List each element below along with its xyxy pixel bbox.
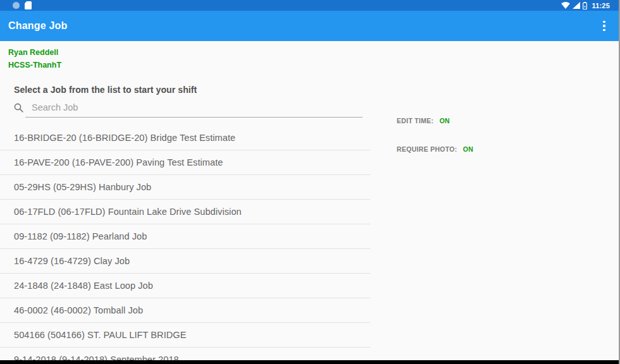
job-list-item[interactable]: 16-BRIDGE-20 (16-BRIDGE-20) Bridge Test …: [0, 126, 370, 150]
user-company: HCSS-ThanhT: [8, 59, 61, 71]
job-list-item[interactable]: 06-17FLD (06-17FLD) Fountain Lake Drive …: [0, 200, 370, 224]
job-list-item[interactable]: 24-1848 (24-1848) East Loop Job: [0, 274, 370, 298]
app-bar: Change Job: [0, 11, 620, 41]
user-info: Ryan Reddell HCSS-ThanhT: [8, 46, 61, 71]
instruction-text: Select a Job from the list to start your…: [14, 85, 197, 95]
setting-value: ON: [463, 145, 473, 153]
job-list-item[interactable]: 16-PAVE-200 (16-PAVE-200) Paving Test Es…: [0, 150, 370, 175]
job-list-item[interactable]: 09-1182 (09-1182) Pearland Job: [0, 224, 370, 249]
job-label: 46-0002 (46-0002) Tomball Job: [14, 305, 143, 315]
job-label: 16-PAVE-200 (16-PAVE-200) Paving Test Es…: [14, 157, 223, 167]
settings-panel: EDIT TIME: ON REQUIRE PHOTO: ON: [397, 117, 473, 174]
job-label: 09-1182 (09-1182) Pearland Job: [14, 231, 147, 241]
app-screen: 11:25 Change Job Ryan Reddell HCSS-Thanh…: [0, 0, 620, 364]
setting-label: EDIT TIME:: [397, 117, 433, 124]
job-list-item[interactable]: 504166 (504166) ST. PAUL LIFT BRIDGE: [0, 323, 370, 348]
job-label: 06-17FLD (06-17FLD) Fountain Lake Drive …: [14, 207, 242, 217]
navigation-bar: [0, 360, 620, 364]
search-field: [25, 99, 363, 118]
setting-label: REQUIRE PHOTO:: [397, 145, 457, 153]
job-list-item[interactable]: 05-29HS (05-29HS) Hanbury Job: [0, 175, 370, 200]
job-label: 504166 (504166) ST. PAUL LIFT BRIDGE: [14, 330, 187, 340]
wifi-icon: [561, 2, 570, 9]
user-name: Ryan Reddell: [8, 46, 61, 59]
job-label: 24-1848 (24-1848) East Loop Job: [14, 281, 153, 291]
cellular-signal-icon: [573, 2, 580, 9]
job-list-item[interactable]: 46-0002 (46-0002) Tomball Job: [0, 298, 370, 323]
status-bar-right: 11:25: [561, 2, 610, 9]
edit-time-setting: EDIT TIME: ON: [397, 117, 473, 124]
battery-icon: [583, 2, 587, 9]
setting-value: ON: [440, 117, 450, 124]
status-bar-left: [13, 1, 561, 9]
status-time: 11:25: [592, 2, 610, 9]
page-title: Change Job: [8, 20, 68, 32]
job-list-item[interactable]: 16-4729 (16-4729) Clay Job: [0, 249, 370, 274]
job-label: 05-29HS (05-29HS) Hanbury Job: [14, 182, 151, 192]
status-bar: 11:25: [0, 0, 620, 11]
search-icon: [14, 103, 23, 112]
circle-notification-icon: [13, 2, 20, 9]
job-label: 16-BRIDGE-20 (16-BRIDGE-20) Bridge Test …: [14, 133, 235, 143]
job-list: 16-BRIDGE-20 (16-BRIDGE-20) Bridge Test …: [0, 126, 370, 364]
job-label: 16-4729 (16-4729) Clay Job: [14, 256, 130, 266]
more-vert-icon[interactable]: [597, 16, 611, 35]
require-photo-setting: REQUIRE PHOTO: ON: [397, 145, 473, 153]
search-input[interactable]: [25, 99, 363, 117]
sd-card-icon: [25, 1, 32, 9]
